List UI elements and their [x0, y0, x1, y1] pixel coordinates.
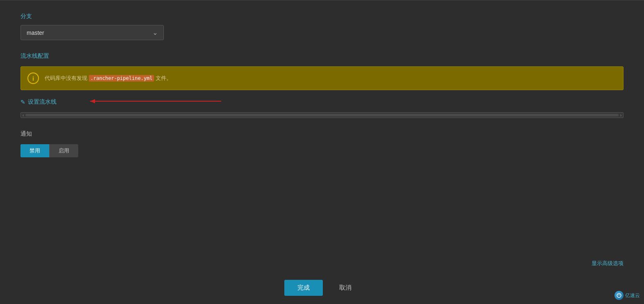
info-banner: i 代码库中没有发现 .rancher-pipeline.yml 文件。: [20, 66, 624, 90]
enable-button[interactable]: 启用: [49, 144, 78, 157]
scroll-left-arrow[interactable]: ‹: [21, 113, 25, 118]
horizontal-scrollbar[interactable]: ‹ ›: [20, 112, 624, 118]
disable-button[interactable]: 禁用: [20, 144, 49, 157]
info-icon: i: [27, 73, 39, 84]
svg-point-2: [617, 293, 621, 297]
scrollbar-track: [25, 114, 618, 116]
pipeline-section: 流水线配置 i 代码库中没有发现 .rancher-pipeline.yml 文…: [20, 52, 624, 118]
notification-section: 通知 禁用 启用: [20, 130, 624, 157]
cancel-button[interactable]: 取消: [331, 280, 360, 296]
toggle-buttons: 禁用 启用: [20, 144, 624, 157]
notification-label: 通知: [20, 130, 624, 138]
logo-icon: [615, 291, 624, 300]
scroll-right-arrow[interactable]: ›: [619, 113, 623, 118]
branch-select[interactable]: master ⌄: [20, 25, 164, 40]
pencil-icon: ✎: [20, 99, 25, 105]
logo-text: 亿速云: [625, 292, 640, 299]
pipeline-label: 流水线配置: [20, 52, 624, 60]
show-advanced-link[interactable]: 显示高级选项: [592, 260, 624, 267]
complete-button[interactable]: 完成: [284, 280, 323, 296]
red-arrow: [86, 97, 225, 107]
svg-marker-1: [90, 99, 95, 103]
info-banner-text: 代码库中没有发现 .rancher-pipeline.yml 文件。: [45, 74, 172, 82]
setup-pipeline-row: ✎ 设置流水线: [20, 98, 624, 106]
bottom-actions: 完成 取消: [284, 280, 360, 296]
chevron-down-icon: ⌄: [152, 29, 158, 36]
setup-pipeline-link[interactable]: 设置流水线: [28, 98, 57, 106]
content-area: 分支 master ⌄ 流水线配置 i 代码库中没有发现 .rancher-pi…: [0, 0, 644, 211]
bottom-logo: 亿速云: [615, 291, 640, 300]
page-container: 分支 master ⌄ 流水线配置 i 代码库中没有发现 .rancher-pi…: [0, 0, 644, 304]
branch-label: 分支: [20, 13, 624, 20]
branch-select-value: master: [27, 29, 152, 36]
highlighted-filename: .rancher-pipeline.yml: [89, 75, 154, 82]
